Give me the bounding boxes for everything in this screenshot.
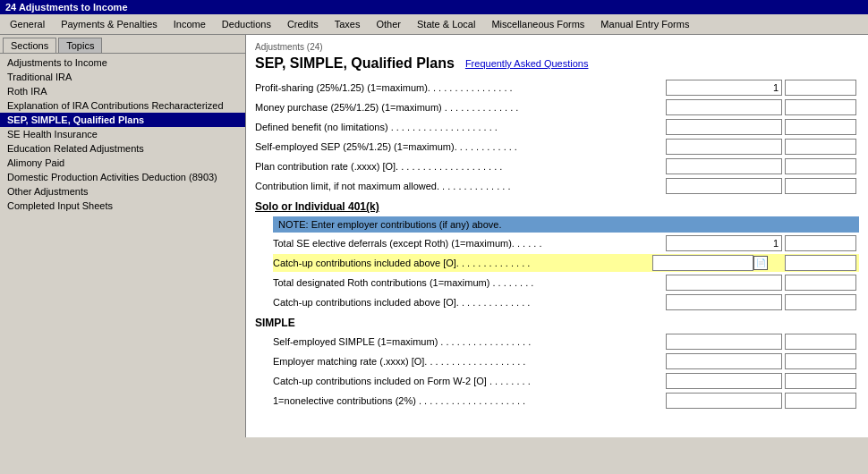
- menu-payments[interactable]: Payments & Penalties: [53, 16, 166, 32]
- solo-row-1: Catch-up contributions included above [O…: [273, 254, 859, 272]
- tab-sections[interactable]: Sections: [3, 38, 56, 53]
- solo-label-0: Total SE elective deferrals (except Roth…: [273, 238, 666, 249]
- section-adjustments-to-income[interactable]: Adjustments to Income: [0, 55, 245, 70]
- row-label-4: Plan contribution rate (.xxxx) [O]. . . …: [255, 161, 666, 172]
- menu-income[interactable]: Income: [166, 16, 214, 32]
- input-defined-benefit[interactable]: [666, 119, 782, 135]
- input-employer-matching-2[interactable]: [785, 353, 856, 369]
- row-label-0: Profit-sharing (25%/1.25) (1=maximum). .…: [255, 82, 666, 93]
- solo-label-1: Catch-up contributions included above [O…: [273, 258, 652, 268]
- title-bar-text: 24 Adjustments to Income: [0, 0, 868, 14]
- menu-other[interactable]: Other: [368, 16, 409, 32]
- input-plan-rate[interactable]: [666, 158, 782, 174]
- input-roth[interactable]: [666, 275, 782, 291]
- row-label-2: Defined benefit (no limitations) . . . .…: [255, 122, 666, 132]
- main-layout: Sections Topics Adjustments to Income Tr…: [0, 35, 868, 437]
- page-title: SEP, SIMPLE, Qualified Plans: [255, 55, 455, 72]
- input-nonelective[interactable]: [666, 393, 782, 409]
- left-panel: Sections Topics Adjustments to Income Tr…: [0, 35, 246, 437]
- simple-section: Self-employed SIMPLE (1=maximum) . . . .…: [273, 333, 859, 410]
- input-profit-sharing[interactable]: [666, 80, 782, 96]
- row-label-1: Money purchase (25%/1.25) (1=maximum) . …: [255, 102, 666, 113]
- form-row-0: Profit-sharing (25%/1.25) (1=maximum). .…: [255, 79, 859, 97]
- section-domestic-production[interactable]: Domestic Production Activities Deduction…: [0, 170, 245, 184]
- menu-deductions[interactable]: Deductions: [214, 16, 279, 32]
- input-catchup-2[interactable]: [785, 255, 856, 271]
- input-profit-sharing-2[interactable]: [785, 80, 856, 96]
- menu-taxes[interactable]: Taxes: [327, 16, 369, 32]
- note-row: NOTE: Enter employer contributions (if a…: [273, 216, 859, 233]
- input-catchup-roth-2[interactable]: [785, 294, 856, 310]
- input-catchup-w2[interactable]: [666, 373, 782, 389]
- form-row-5: Contribution limit, if not maximum allow…: [255, 177, 859, 195]
- section-completed-input[interactable]: Completed Input Sheets: [0, 199, 245, 213]
- menu-credits[interactable]: Credits: [279, 16, 327, 32]
- row-label-5: Contribution limit, if not maximum allow…: [255, 181, 666, 191]
- input-nonelective-2[interactable]: [785, 393, 856, 409]
- section-traditional-ira[interactable]: Traditional IRA: [0, 70, 245, 84]
- menu-general[interactable]: General: [2, 16, 53, 32]
- input-se-elective[interactable]: [666, 235, 782, 251]
- title-row: SEP, SIMPLE, Qualified Plans Frequently …: [255, 55, 859, 72]
- section-se-health[interactable]: SE Health Insurance: [0, 127, 245, 141]
- input-self-employed-sep-2[interactable]: [785, 139, 856, 155]
- input-defined-benefit-2[interactable]: [785, 119, 856, 135]
- solo-row-2: Total designated Roth contributions (1=m…: [273, 274, 859, 292]
- simple-row-1: Employer matching rate (.xxxx) [O]. . . …: [273, 352, 859, 370]
- simple-row-2: Catch-up contributions included on Form …: [273, 372, 859, 390]
- adjustments-label: Adjustments (24): [255, 42, 859, 52]
- input-contribution-limit[interactable]: [666, 178, 782, 194]
- solo-row-0: Total SE elective deferrals (except Roth…: [273, 234, 859, 252]
- faq-link[interactable]: Frequently Asked Questions: [465, 58, 589, 69]
- solo-row-3: Catch-up contributions included above [O…: [273, 293, 859, 311]
- simple-label-3: 1=nonelective contributions (2%) . . . .…: [273, 395, 666, 406]
- menu-manual-entry[interactable]: Manual Entry Forms: [592, 16, 697, 32]
- tab-topics[interactable]: Topics: [58, 38, 102, 53]
- input-catchup-w2-2[interactable]: [785, 373, 856, 389]
- input-employer-matching[interactable]: [666, 353, 782, 369]
- section-sep-simple[interactable]: SEP, SIMPLE, Qualified Plans: [0, 113, 245, 127]
- section-other-adjustments[interactable]: Other Adjustments: [0, 184, 245, 199]
- solo-401k-section: NOTE: Enter employer contributions (if a…: [273, 216, 859, 311]
- doc-icon[interactable]: 📄: [753, 256, 768, 270]
- form-row-3: Self-employed SEP (25%/1.25) (1=maximum)…: [255, 138, 859, 156]
- section-education[interactable]: Education Related Adjustments: [0, 141, 245, 156]
- input-catchup-roth[interactable]: [666, 294, 782, 310]
- section-explanation-ira[interactable]: Explanation of IRA Contributions Rechara…: [0, 98, 245, 113]
- simple-row-3: 1=nonelective contributions (2%) . . . .…: [273, 392, 859, 410]
- input-self-employed-sep[interactable]: [666, 139, 782, 155]
- catchup-input-container: 📄: [652, 255, 782, 271]
- input-money-purchase[interactable]: [666, 99, 782, 115]
- menu-misc-forms[interactable]: Miscellaneous Forms: [483, 16, 592, 32]
- form-row-4: Plan contribution rate (.xxxx) [O]. . . …: [255, 157, 859, 175]
- input-plan-rate-2[interactable]: [785, 158, 856, 174]
- input-contribution-limit-2[interactable]: [785, 178, 856, 194]
- solo-401k-header: Solo or Individual 401(k): [255, 200, 859, 213]
- simple-row-0: Self-employed SIMPLE (1=maximum) . . . .…: [273, 333, 859, 351]
- input-se-simple[interactable]: [666, 334, 782, 350]
- title-bar: 24 Adjustments to Income: [0, 0, 868, 14]
- form-row-2: Defined benefit (no limitations) . . . .…: [255, 118, 859, 136]
- sub-tabs: Sections Topics: [0, 35, 245, 54]
- solo-label-2: Total designated Roth contributions (1=m…: [273, 277, 666, 288]
- simple-header: SIMPLE: [255, 317, 859, 329]
- section-roth-ira[interactable]: Roth IRA: [0, 84, 245, 98]
- simple-label-0: Self-employed SIMPLE (1=maximum) . . . .…: [273, 336, 666, 347]
- input-roth-2[interactable]: [785, 275, 856, 291]
- input-se-elective-2[interactable]: [785, 235, 856, 251]
- simple-label-1: Employer matching rate (.xxxx) [O]. . . …: [273, 356, 666, 367]
- simple-label-2: Catch-up contributions included on Form …: [273, 376, 666, 386]
- input-se-simple-2[interactable]: [785, 334, 856, 350]
- section-alimony[interactable]: Alimony Paid: [0, 156, 245, 170]
- solo-label-3: Catch-up contributions included above [O…: [273, 297, 666, 308]
- input-catchup[interactable]: [652, 255, 753, 271]
- row-label-3: Self-employed SEP (25%/1.25) (1=maximum)…: [255, 141, 666, 152]
- menu-state-local[interactable]: State & Local: [409, 16, 483, 32]
- menu-bar: General Payments & Penalties Income Dedu…: [0, 14, 868, 35]
- form-row-1: Money purchase (25%/1.25) (1=maximum) . …: [255, 98, 859, 116]
- right-panel: Adjustments (24) SEP, SIMPLE, Qualified …: [246, 35, 868, 437]
- input-money-purchase-2[interactable]: [785, 99, 856, 115]
- section-list: Adjustments to Income Traditional IRA Ro…: [0, 54, 245, 215]
